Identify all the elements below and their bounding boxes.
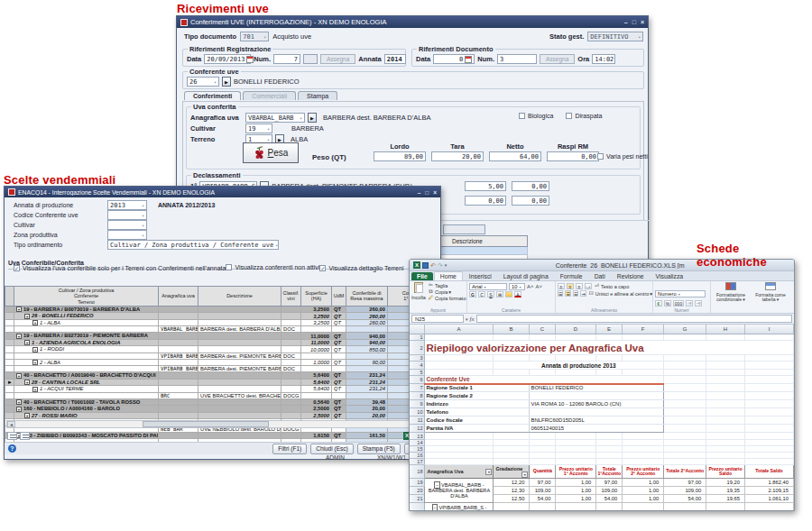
- biologica-checkbox[interactable]: Biologica: [519, 113, 553, 119]
- expand-icon[interactable]: +: [32, 387, 38, 392]
- row-header-5[interactable]: 5: [410, 370, 425, 376]
- cultivar-field[interactable]: 19▾: [245, 124, 272, 133]
- varia-pesi-checkbox[interactable]: Varia pesi netti: [597, 153, 648, 160]
- tipo-documento-field[interactable]: 701▾: [240, 32, 269, 41]
- cell[interactable]: 12,20: [494, 479, 530, 487]
- underline-button[interactable]: S: [487, 291, 494, 298]
- worksheet[interactable]: 12Riepilogo valorizzazione per Anagrafic…: [410, 334, 794, 511]
- minimize-icon[interactable]: –: [624, 19, 628, 25]
- cell[interactable]: 1,00: [556, 479, 596, 487]
- cell[interactable]: 12,30: [494, 487, 530, 495]
- empty-field[interactable]: [443, 224, 485, 234]
- expand-icon[interactable]: +: [24, 314, 30, 319]
- row-header-4[interactable]: 4: [410, 362, 425, 370]
- column-header-H[interactable]: H: [706, 325, 745, 334]
- expand-icon[interactable]: +: [24, 380, 30, 385]
- visualizza-checkbox[interactable]: ✓Visualizza dettaglio Terreni: [319, 265, 403, 271]
- row-header-15[interactable]: 15: [410, 446, 425, 453]
- cell[interactable]: 1,00: [623, 479, 664, 487]
- table-row[interactable]: +1 - AZIENDA AGRICOLA ENOLOGIA11,0000QT9…: [5, 339, 441, 345]
- cell[interactable]: 19,20: [706, 479, 745, 487]
- formatta-tabella-button[interactable]: Formatta come tabella ▾: [752, 282, 789, 303]
- cell[interactable]: 1,00: [623, 495, 664, 503]
- data-col-header[interactable]: Totale 2°Acconto: [664, 465, 706, 479]
- cell[interactable]: 19,65: [706, 495, 745, 503]
- data-col-header[interactable]: Gradazione▾: [494, 465, 530, 479]
- copia-button[interactable]: ⧉Copia ▾: [428, 288, 466, 295]
- stampa-button[interactable]: Stampa (F5): [357, 444, 401, 454]
- shrink-font-icon[interactable]: A˅: [536, 284, 543, 290]
- peso-tara-field[interactable]: 20,00: [431, 151, 484, 161]
- peso-raspi-rm-field[interactable]: 0,00: [547, 151, 599, 161]
- collapse-tree-icon[interactable]: [20, 432, 30, 440]
- table-row[interactable]: +1 - RODDI10,0000QT850,00160,00: [5, 346, 441, 352]
- row-header-22[interactable]: 22: [410, 503, 425, 512]
- align-middle-icon[interactable]: ≡: [567, 283, 574, 289]
- help-icon[interactable]: ?: [8, 444, 16, 453]
- expand-icon[interactable]: +: [16, 334, 22, 339]
- conferente-code-field[interactable]: 26▾: [187, 77, 219, 87]
- table-row[interactable]: +27 - ROSSI MARIO2,5000QT20,004,00: [5, 412, 441, 418]
- table-row[interactable]: +160 - NEBBIOLO / A0004160 - BAROLO2,500…: [5, 406, 441, 412]
- visualizza-checkbox[interactable]: Visualizza conferenti non attivi: [226, 264, 319, 270]
- filter-dropdown[interactable]: Cultivar / Zona produttiva / Conferente …: [107, 240, 279, 250]
- cell[interactable]: 748,80: [745, 503, 794, 512]
- cell[interactable]: 39,00: [664, 503, 706, 512]
- filtri-button[interactable]: Filtri (F1): [272, 444, 307, 454]
- row-header-7[interactable]: 7: [410, 384, 425, 392]
- ribbon-tab-revisione[interactable]: Revisione: [612, 272, 650, 280]
- table-row[interactable]: +1 - ACQUI TERME5,6400QT231,24236,88: [5, 386, 441, 392]
- thousands-icon[interactable]: 000: [673, 300, 684, 307]
- group-cell[interactable]: −VPIBARB_BARB_S - BARBERA dest. PIEMONTE…: [425, 503, 494, 512]
- assegna-button[interactable]: Assegna: [540, 54, 575, 64]
- row-header-2[interactable]: 2: [410, 341, 425, 355]
- row-header-12[interactable]: 12: [410, 425, 425, 433]
- num-documento-field[interactable]: 3: [497, 54, 537, 64]
- row-header-6[interactable]: 6: [410, 376, 425, 384]
- expand-icon[interactable]: +: [16, 407, 22, 412]
- borders-icon[interactable]: ⊞: [496, 291, 503, 298]
- merge-center-button[interactable]: ⊡Unisci e allinea al centro ▾: [588, 290, 652, 297]
- cell[interactable]: 39,00: [596, 503, 623, 512]
- tab-conferimenti[interactable]: Conferimenti: [184, 91, 241, 100]
- indent-icon[interactable]: ⇥: [580, 290, 586, 297]
- group-cell[interactable]: −VBARBAL_BARB - BARBERA dest. BARBERA D'…: [425, 479, 494, 503]
- column-header-F[interactable]: F: [623, 325, 664, 334]
- filter-dropdown[interactable]: ▾: [107, 220, 147, 230]
- cell[interactable]: 1,00: [623, 487, 664, 495]
- chiudi-button[interactable]: Chiudi (Esc): [310, 444, 353, 454]
- ribbon-tab-file[interactable]: File: [411, 272, 433, 280]
- decrease-decimal-icon[interactable]: ⁻⁰: [695, 300, 702, 307]
- table-row[interactable]: VPIBARB_BARBBARBERA dest. PIEMONTE BARBE…: [5, 352, 441, 359]
- cell[interactable]: 1,00: [556, 487, 596, 495]
- scroll-left-icon[interactable]: ◄: [7, 421, 15, 427]
- peso-lordo-field[interactable]: 89,00: [374, 151, 426, 161]
- ora-field[interactable]: 14:02: [592, 54, 615, 64]
- cell[interactable]: 1.862,40: [745, 479, 794, 487]
- cell[interactable]: 97,00: [596, 479, 623, 487]
- data-col-header[interactable]: Totale 1°Acconto: [596, 465, 623, 479]
- filter-dropdown[interactable]: ▾: [107, 210, 147, 220]
- row-header-21[interactable]: 21: [410, 495, 425, 503]
- data-documento-field[interactable]: 0: [433, 54, 475, 64]
- percent-icon[interactable]: %: [664, 300, 671, 307]
- redo-icon[interactable]: ↷: [438, 262, 443, 269]
- declassamento-raspi-field2[interactable]: 0,00: [512, 196, 549, 206]
- expand-icon[interactable]: +: [16, 373, 22, 379]
- column-header[interactable]: [5, 287, 14, 307]
- num-registrazione-field[interactable]: 7: [273, 54, 300, 64]
- close-icon[interactable]: ×: [433, 189, 437, 196]
- cell[interactable]: 19,35: [706, 487, 745, 495]
- name-box[interactable]: N25: [411, 315, 464, 323]
- select-all-corner[interactable]: [410, 325, 425, 334]
- cell[interactable]: 54,00: [664, 495, 706, 503]
- undo-icon[interactable]: ↶: [430, 262, 436, 269]
- row-header-9[interactable]: 9: [410, 400, 425, 408]
- num2-field[interactable]: [303, 54, 318, 64]
- row-header-11[interactable]: 11: [410, 417, 425, 425]
- table-row[interactable]: BRCUVE BRACHETTO dest. BRACHETTO D'ADOCG: [5, 392, 441, 398]
- calendar-icon[interactable]: [465, 56, 472, 63]
- column-header[interactable]: Anagrafica uva: [159, 287, 198, 307]
- column-header-B[interactable]: B: [494, 325, 530, 334]
- column-header-I[interactable]: I: [745, 325, 794, 334]
